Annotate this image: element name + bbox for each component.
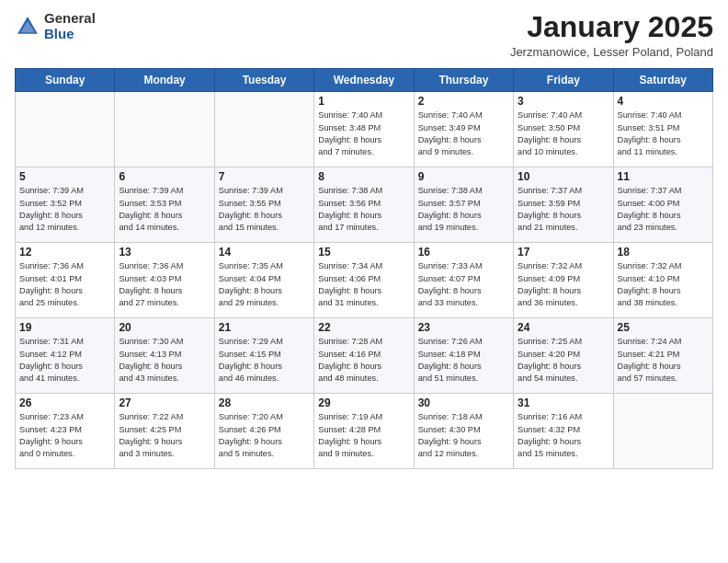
day-number: 19 [19,321,110,334]
week-row-4: 19Sunrise: 7:31 AM Sunset: 4:12 PM Dayli… [16,318,713,394]
logo-text: General Blue [44,11,96,41]
title-block: January 2025 Jerzmanowice, Lesser Poland… [510,11,713,59]
day-number: 24 [518,321,609,334]
day-info: Sunrise: 7:20 AM Sunset: 4:26 PM Dayligh… [219,411,310,460]
day-number: 23 [418,321,509,334]
day-info: Sunrise: 7:18 AM Sunset: 4:30 PM Dayligh… [418,411,509,460]
day-cell: 5Sunrise: 7:39 AM Sunset: 3:52 PM Daylig… [16,167,115,243]
day-cell: 12Sunrise: 7:36 AM Sunset: 4:01 PM Dayli… [16,243,115,318]
day-number: 13 [119,246,210,259]
day-info: Sunrise: 7:39 AM Sunset: 3:53 PM Dayligh… [119,185,210,234]
day-cell: 30Sunrise: 7:18 AM Sunset: 4:30 PM Dayli… [414,394,513,469]
day-number: 3 [518,95,609,108]
day-number: 22 [318,321,409,334]
header-row: SundayMondayTuesdayWednesdayThursdayFrid… [16,69,713,92]
day-cell: 11Sunrise: 7:37 AM Sunset: 4:00 PM Dayli… [613,167,712,243]
col-header-sunday: Sunday [16,69,115,92]
day-number: 14 [219,246,310,259]
day-info: Sunrise: 7:16 AM Sunset: 4:32 PM Dayligh… [518,411,609,460]
day-number: 16 [418,246,509,259]
day-info: Sunrise: 7:30 AM Sunset: 4:13 PM Dayligh… [119,336,210,385]
day-info: Sunrise: 7:40 AM Sunset: 3:51 PM Dayligh… [618,109,709,158]
header: General Blue January 2025 Jerzmanowice, … [15,11,713,59]
day-info: Sunrise: 7:28 AM Sunset: 4:16 PM Dayligh… [318,336,409,385]
logo-blue: Blue [44,27,96,42]
day-number: 10 [518,170,609,183]
day-number: 11 [618,170,709,183]
day-info: Sunrise: 7:26 AM Sunset: 4:18 PM Dayligh… [418,336,509,385]
day-cell [115,92,214,167]
day-cell: 9Sunrise: 7:38 AM Sunset: 3:57 PM Daylig… [414,167,513,243]
day-number: 1 [318,95,409,108]
day-number: 18 [618,246,709,259]
week-row-3: 12Sunrise: 7:36 AM Sunset: 4:01 PM Dayli… [16,243,713,318]
day-number: 20 [119,321,210,334]
calendar: SundayMondayTuesdayWednesdayThursdayFrid… [15,68,713,469]
day-number: 4 [618,95,709,108]
day-cell: 24Sunrise: 7:25 AM Sunset: 4:20 PM Dayli… [514,318,613,394]
week-row-5: 26Sunrise: 7:23 AM Sunset: 4:23 PM Dayli… [16,394,713,469]
day-number: 29 [318,396,409,409]
day-cell: 29Sunrise: 7:19 AM Sunset: 4:28 PM Dayli… [314,394,414,469]
day-cell: 3Sunrise: 7:40 AM Sunset: 3:50 PM Daylig… [514,92,613,167]
day-info: Sunrise: 7:22 AM Sunset: 4:25 PM Dayligh… [119,411,210,460]
day-info: Sunrise: 7:29 AM Sunset: 4:15 PM Dayligh… [219,336,310,385]
day-info: Sunrise: 7:35 AM Sunset: 4:04 PM Dayligh… [219,260,310,309]
day-info: Sunrise: 7:40 AM Sunset: 3:50 PM Dayligh… [518,109,609,158]
month-title: January 2025 [510,11,713,43]
col-header-thursday: Thursday [414,69,513,92]
day-info: Sunrise: 7:23 AM Sunset: 4:23 PM Dayligh… [19,411,110,460]
logo: General Blue [15,11,96,41]
day-info: Sunrise: 7:25 AM Sunset: 4:20 PM Dayligh… [518,336,609,385]
day-cell: 18Sunrise: 7:32 AM Sunset: 4:10 PM Dayli… [613,243,712,318]
day-cell [613,394,712,469]
day-info: Sunrise: 7:39 AM Sunset: 3:52 PM Dayligh… [19,185,110,234]
day-number: 7 [219,170,310,183]
day-number: 9 [418,170,509,183]
day-info: Sunrise: 7:39 AM Sunset: 3:55 PM Dayligh… [219,185,310,234]
day-info: Sunrise: 7:31 AM Sunset: 4:12 PM Dayligh… [19,336,110,385]
day-number: 2 [418,95,509,108]
col-header-tuesday: Tuesday [214,69,313,92]
day-info: Sunrise: 7:38 AM Sunset: 3:57 PM Dayligh… [418,185,509,234]
day-cell: 4Sunrise: 7:40 AM Sunset: 3:51 PM Daylig… [613,92,712,167]
day-number: 27 [119,396,210,409]
day-cell: 2Sunrise: 7:40 AM Sunset: 3:49 PM Daylig… [414,92,513,167]
day-cell: 28Sunrise: 7:20 AM Sunset: 4:26 PM Dayli… [214,394,313,469]
col-header-friday: Friday [514,69,613,92]
week-row-2: 5Sunrise: 7:39 AM Sunset: 3:52 PM Daylig… [16,167,713,243]
day-cell: 26Sunrise: 7:23 AM Sunset: 4:23 PM Dayli… [16,394,115,469]
day-cell: 10Sunrise: 7:37 AM Sunset: 3:59 PM Dayli… [514,167,613,243]
day-number: 28 [219,396,310,409]
day-info: Sunrise: 7:37 AM Sunset: 4:00 PM Dayligh… [618,185,709,234]
day-cell [16,92,115,167]
day-cell: 8Sunrise: 7:38 AM Sunset: 3:56 PM Daylig… [314,167,414,243]
day-cell: 16Sunrise: 7:33 AM Sunset: 4:07 PM Dayli… [414,243,513,318]
day-info: Sunrise: 7:24 AM Sunset: 4:21 PM Dayligh… [618,336,709,385]
day-number: 31 [518,396,609,409]
day-cell: 6Sunrise: 7:39 AM Sunset: 3:53 PM Daylig… [115,167,214,243]
day-cell: 20Sunrise: 7:30 AM Sunset: 4:13 PM Dayli… [115,318,214,394]
col-header-monday: Monday [115,69,214,92]
day-info: Sunrise: 7:36 AM Sunset: 4:03 PM Dayligh… [119,260,210,309]
day-number: 25 [618,321,709,334]
day-cell: 17Sunrise: 7:32 AM Sunset: 4:09 PM Dayli… [514,243,613,318]
day-cell: 22Sunrise: 7:28 AM Sunset: 4:16 PM Dayli… [314,318,414,394]
day-cell: 15Sunrise: 7:34 AM Sunset: 4:06 PM Dayli… [314,243,414,318]
day-info: Sunrise: 7:19 AM Sunset: 4:28 PM Dayligh… [318,411,409,460]
logo-general: General [44,11,96,27]
day-number: 8 [318,170,409,183]
day-info: Sunrise: 7:36 AM Sunset: 4:01 PM Dayligh… [19,260,110,309]
day-info: Sunrise: 7:32 AM Sunset: 4:10 PM Dayligh… [618,260,709,309]
day-info: Sunrise: 7:32 AM Sunset: 4:09 PM Dayligh… [518,260,609,309]
day-number: 26 [19,396,110,409]
day-info: Sunrise: 7:40 AM Sunset: 3:48 PM Dayligh… [318,109,409,158]
day-cell: 25Sunrise: 7:24 AM Sunset: 4:21 PM Dayli… [613,318,712,394]
day-info: Sunrise: 7:40 AM Sunset: 3:49 PM Dayligh… [418,109,509,158]
day-cell [214,92,313,167]
week-row-1: 1Sunrise: 7:40 AM Sunset: 3:48 PM Daylig… [16,92,713,167]
day-number: 30 [418,396,509,409]
day-cell: 13Sunrise: 7:36 AM Sunset: 4:03 PM Dayli… [115,243,214,318]
day-cell: 19Sunrise: 7:31 AM Sunset: 4:12 PM Dayli… [16,318,115,394]
page: General Blue January 2025 Jerzmanowice, … [0,0,728,563]
